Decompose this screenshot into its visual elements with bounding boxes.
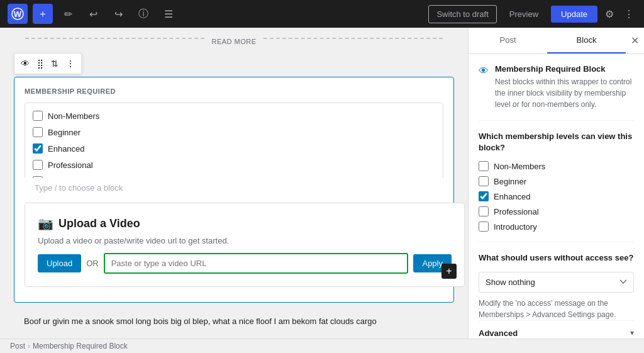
block-name-label: Membership Required Block [495, 64, 634, 74]
video-block-title-text: Upload a Video [58, 217, 140, 230]
advanced-label: Advanced [479, 328, 518, 338]
section1-title: Which membership levels can view this bl… [479, 131, 634, 154]
more-block-options-button[interactable]: ⋮ [64, 56, 77, 71]
sidebar-checkbox-enhanced-input[interactable] [479, 191, 489, 201]
move-up-down-button[interactable]: ⇅ [48, 56, 61, 71]
sidebar-hint-text: Modify the 'no access' message on the Me… [479, 298, 634, 320]
sidebar-checkbox-non-members-input[interactable] [479, 161, 489, 171]
more-options-button[interactable]: ⋮ [621, 6, 636, 23]
checkbox-enhanced[interactable]: Enhanced [33, 143, 435, 154]
video-block-title: 📷 Upload a Video [38, 216, 452, 231]
video-upload-block: 📷 Upload a Video Upload a video or paste… [25, 203, 465, 287]
sidebar-checkbox-beginner-input[interactable] [479, 176, 489, 186]
chevron-down-icon: ▾ [630, 328, 634, 337]
editor-area: READ MORE 👁 ⣿ ⇅ ⋮ MEMBERSHIP REQUIRED No… [0, 28, 468, 339]
undo-button[interactable]: ↩ [83, 4, 103, 24]
switch-to-draft-button[interactable]: Switch to draft [428, 5, 496, 23]
breadcrumb-bar: Post › Membership Required Block [0, 339, 644, 353]
sidebar-checkbox-non-members[interactable]: Non-Members [479, 161, 634, 171]
video-url-row: Upload OR Apply [38, 253, 452, 274]
sidebar: Post Block ✕ 👁 Membership Required Block… [468, 28, 644, 339]
svg-text:W: W [14, 9, 22, 19]
read-more-label: READ MORE [205, 35, 262, 48]
sidebar-divider-2 [479, 242, 634, 242]
breadcrumb-post[interactable]: Post [10, 342, 25, 350]
checkbox-non-members[interactable]: Non-Members [33, 111, 435, 121]
sidebar-tabs: Post Block ✕ [469, 28, 644, 54]
sidebar-checkbox-professional-input[interactable] [479, 206, 489, 216]
update-button[interactable]: Update [551, 6, 597, 23]
drag-handle-button[interactable]: ⣿ [35, 56, 46, 71]
list-view-button[interactable]: ☰ [158, 4, 179, 24]
block-info: 👁 Membership Required Block Nest blocks … [479, 64, 634, 110]
checkbox-enhanced-input[interactable] [33, 143, 43, 154]
sidebar-divider-1 [479, 120, 634, 121]
video-url-input[interactable] [104, 253, 409, 274]
membership-inner: Non-Members Beginner Enhanced Profession… [25, 103, 443, 178]
top-bar-left: W ＋ ✏ ↩ ↪ ⓘ ☰ [8, 4, 179, 24]
access-control-select[interactable]: Show nothing Show message [479, 272, 634, 293]
block-toolbar-wrapper: 👁 ⣿ ⇅ ⋮ [14, 53, 454, 74]
or-label: OR [86, 259, 99, 268]
section2-title: What should users without access see? [479, 252, 634, 264]
checkbox-introductory[interactable]: Introductory [33, 176, 435, 178]
membership-block-title: MEMBERSHIP REQUIRED [25, 87, 443, 95]
top-bar-right: Switch to draft Preview Update ⚙ ⋮ [428, 5, 636, 23]
upload-button[interactable]: Upload [38, 254, 81, 272]
edit-icon-button[interactable]: ✏ [58, 4, 78, 24]
checkbox-beginner-input[interactable] [33, 127, 43, 137]
block-description: Nest blocks within this wrapper to contr… [495, 76, 634, 110]
sidebar-content: 👁 Membership Required Block Nest blocks … [469, 54, 644, 339]
footer-text: Boof ur givin me a snook smol long bois … [14, 313, 454, 330]
sidebar-close-button[interactable]: ✕ [626, 28, 644, 53]
preview-button[interactable]: Preview [502, 6, 546, 23]
video-camera-icon: 📷 [38, 216, 53, 231]
block-info-text: Membership Required Block Nest blocks wi… [495, 64, 634, 110]
sidebar-checkbox-professional[interactable]: Professional [479, 206, 634, 216]
breadcrumb-membership-block[interactable]: Membership Required Block [33, 342, 128, 350]
tab-post[interactable]: Post [469, 28, 547, 53]
main-layout: READ MORE 👁 ⣿ ⇅ ⋮ MEMBERSHIP REQUIRED No… [0, 28, 644, 339]
sidebar-checkbox-enhanced[interactable]: Enhanced [479, 191, 634, 201]
advanced-section[interactable]: Advanced ▾ [479, 320, 634, 339]
block-eye-icon: 👁 [479, 65, 489, 77]
sidebar-checkbox-introductory-input[interactable] [479, 221, 489, 232]
sidebar-checkbox-introductory[interactable]: Introductory [479, 221, 634, 232]
checkbox-beginner[interactable]: Beginner [33, 127, 435, 137]
read-more-bar: READ MORE [0, 28, 468, 48]
breadcrumb-separator: › [28, 342, 30, 350]
block-toolbar: 👁 ⣿ ⇅ ⋮ [14, 53, 82, 74]
redo-button[interactable]: ↪ [108, 4, 128, 24]
checkbox-professional-input[interactable] [33, 160, 43, 170]
sidebar-checkbox-beginner[interactable]: Beginner [479, 176, 634, 186]
add-block-plus-button[interactable]: + [441, 264, 457, 279]
tab-block[interactable]: Block [547, 28, 626, 53]
info-button[interactable]: ⓘ [133, 4, 153, 24]
settings-gear-button[interactable]: ⚙ [602, 6, 616, 23]
type-to-choose-prompt[interactable]: Type / to choose a block [25, 178, 465, 198]
eye-icon-button[interactable]: 👁 [18, 56, 32, 71]
video-block-description: Upload a video or paste/write video url … [38, 236, 452, 245]
top-bar: W ＋ ✏ ↩ ↪ ⓘ ☰ Switch to draft Preview Up… [0, 0, 644, 28]
wp-logo-button[interactable]: W [8, 4, 28, 24]
membership-checkbox-list: Non-Members Beginner Enhanced Profession… [25, 103, 443, 178]
checkbox-professional[interactable]: Professional [33, 160, 435, 170]
add-block-toolbar-button[interactable]: ＋ [33, 4, 53, 24]
checkbox-introductory-input[interactable] [33, 176, 43, 178]
checkbox-non-members-input[interactable] [33, 111, 43, 121]
membership-required-block: MEMBERSHIP REQUIRED Non-Members Beginner… [14, 77, 454, 303]
